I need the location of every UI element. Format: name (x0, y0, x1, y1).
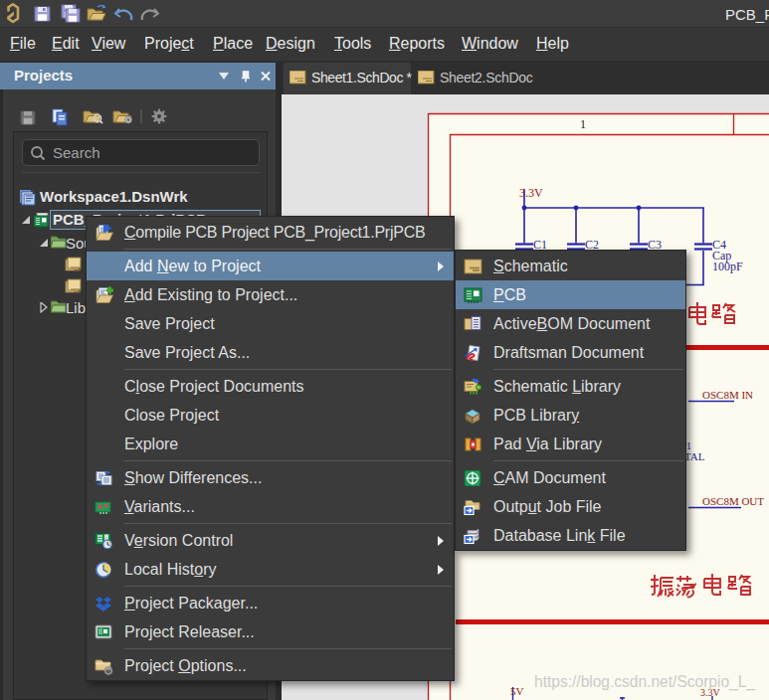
svg-text:TAL: TAL (684, 450, 705, 462)
svg-text:OSC8M IN: OSC8M IN (702, 389, 753, 401)
svg-text:1: 1 (580, 117, 586, 131)
svg-text:5V: 5V (510, 685, 524, 697)
svg-text:https://blog.csdn.net/Scorpio_: https://blog.csdn.net/Scorpio_L_ (534, 673, 756, 691)
svg-text:3.3V: 3.3V (519, 186, 543, 200)
svg-text:100pF: 100pF (712, 260, 743, 273)
svg-text:OSC8M OUT: OSC8M OUT (702, 495, 764, 507)
